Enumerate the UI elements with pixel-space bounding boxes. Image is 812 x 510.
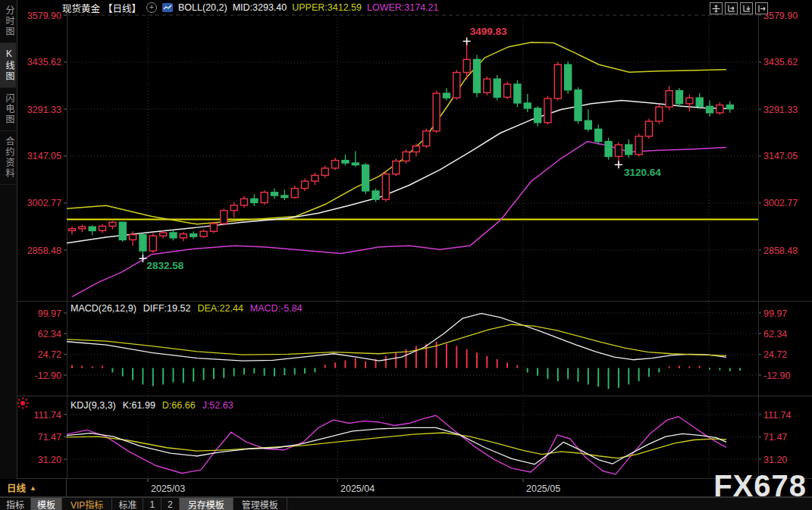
axis-zoom-right-icon[interactable] — [740, 2, 753, 14]
axis-label: 3147.05 — [763, 151, 798, 161]
axis-label: 3291.33 — [27, 105, 61, 115]
axis-label: 24.72 — [38, 349, 61, 360]
axis-label: 2858.48 — [763, 246, 798, 256]
kdj-k-value: K:61.99 — [123, 400, 155, 411]
macd-dea-value: DEA:22.44 — [197, 303, 243, 314]
axis-label: 2858.48 — [27, 246, 61, 256]
axis-label: 3291.33 — [763, 105, 798, 115]
kdj-pane — [67, 415, 726, 474]
axis-label: 31.20 — [38, 455, 61, 465]
axis-label: 3002.77 — [27, 198, 61, 208]
chart-tool-icons — [710, 2, 768, 14]
symbol-name: 现货黄金 — [62, 1, 100, 15]
axis-label: 24.72 — [763, 349, 787, 360]
kdj-pane-header: KDJ(9,3,3) K:61.99 D:66.66 J:52.63 — [71, 400, 234, 411]
toolbar-item-2[interactable]: 2 — [161, 498, 180, 510]
price-annotations: 3499.833120.642832.58 — [139, 26, 661, 271]
shift-right-icon[interactable] — [755, 2, 768, 14]
sidebar-tab-分时图[interactable]: 分时图 — [0, 0, 16, 43]
kdj-k-line — [67, 427, 726, 464]
period-selector[interactable]: 日线 ▲ — [0, 479, 67, 496]
kdj-d-line — [67, 433, 726, 458]
bottom-toolbar: 指标模板VIP指标标准12另存模板管理模板 — [0, 497, 812, 510]
chevron-up-icon: ▲ — [30, 484, 36, 492]
mini-chart-icon[interactable] — [162, 3, 173, 12]
chart-canvas[interactable]: 3579.903579.903435.623435.623291.333291.… — [0, 0, 812, 510]
macd-dea-line — [67, 324, 726, 355]
axis-label: 3579.90 — [763, 11, 798, 21]
circle-plus-icon[interactable]: + — [146, 2, 157, 13]
macd-pane-header: MACD(26,12,9) DIFF:19.52 DEA:22.44 MACD:… — [71, 303, 303, 314]
main-chart-header: 现货黄金 【日线】 + BOLL(20,2) MID:3293.40 UPPER… — [62, 2, 438, 14]
date-label: 2025/05 — [526, 483, 560, 494]
boll-upper-value: UPPER:3412.59 — [292, 2, 362, 13]
macd-pane — [67, 314, 740, 390]
boll-indicator-label: BOLL(20,2) — [178, 2, 227, 13]
toolbar-item-VIP指标[interactable]: VIP指标 — [62, 498, 112, 510]
chart-application: 3579.903579.903435.623435.623291.333291.… — [0, 0, 812, 510]
crosshair-move-icon[interactable] — [710, 2, 723, 14]
macd-macd-value: MACD:-5.84 — [250, 303, 303, 314]
boll-upper-line — [67, 42, 726, 224]
axis-label: 3435.62 — [763, 57, 798, 67]
macd-diff-value: DIFF:19.52 — [143, 303, 191, 314]
boll-lower-value: LOWER:3174.21 — [367, 2, 439, 13]
extreme-price-label: 2832.58 — [146, 260, 183, 271]
macd-title: MACD(26,12,9) — [71, 303, 136, 314]
sidebar-tab-闪电图[interactable]: 闪电图 — [0, 88, 16, 131]
axis-label: 99.97 — [38, 308, 61, 319]
sidebar-tab-K线图[interactable]: K线图 — [0, 43, 16, 88]
toolbar-item-管理模板[interactable]: 管理模板 — [234, 498, 287, 510]
extreme-price-label: 3120.64 — [624, 167, 661, 178]
axis-label: 111.74 — [34, 410, 61, 421]
kdj-j-value: J:52.63 — [202, 400, 234, 411]
axis-label: -12.90 — [35, 371, 61, 381]
axis-label: 71.47 — [763, 432, 787, 443]
axis-label: -12.90 — [763, 371, 790, 381]
axis-label: 3147.05 — [27, 151, 61, 161]
toolbar-item-指标[interactable]: 指标 — [0, 498, 31, 510]
sidebar: 分时图K线图闪电图合约资料 — [0, 0, 17, 479]
kdj-title: KDJ(9,3,3) — [71, 400, 116, 411]
kdj-j-line — [67, 415, 726, 474]
toolbar-item-另存模板[interactable]: 另存模板 — [180, 498, 234, 510]
date-label: 2025/04 — [340, 483, 375, 494]
axis-label: 3002.77 — [763, 198, 798, 208]
sidebar-tab-合约资料[interactable]: 合约资料 — [0, 131, 16, 185]
toolbar-item-标准[interactable]: 标准 — [112, 498, 143, 510]
period-selector-label: 日线 — [7, 480, 26, 495]
axis-label: 99.97 — [763, 308, 787, 319]
axis-label: 3579.90 — [27, 11, 61, 21]
toolbar-item-模板[interactable]: 模板 — [31, 498, 62, 510]
axis-zoom-left-icon[interactable] — [725, 2, 738, 14]
candlesticks — [69, 41, 734, 258]
axis-label: 71.47 — [38, 432, 61, 443]
watermark: FX678 — [713, 471, 807, 501]
kdj-d-value: D:66.66 — [162, 400, 196, 411]
axis-label: 62.34 — [763, 329, 787, 339]
axis-label: 62.34 — [38, 329, 61, 339]
toolbar-item-1[interactable]: 1 — [143, 498, 161, 510]
hot-indicator-icon[interactable] — [16, 396, 30, 413]
date-label: 2025/03 — [151, 483, 185, 494]
x-axis: 2025/032025/042025/05 — [148, 479, 560, 494]
axis-label: 111.74 — [763, 410, 791, 421]
axis-label: 3435.62 — [27, 57, 61, 67]
boll-mid-value: MID:3293.40 — [233, 2, 287, 13]
period-tag: 【日线】 — [103, 1, 141, 15]
axis-label: 31.20 — [763, 455, 787, 465]
extreme-price-label: 3499.83 — [470, 26, 507, 37]
